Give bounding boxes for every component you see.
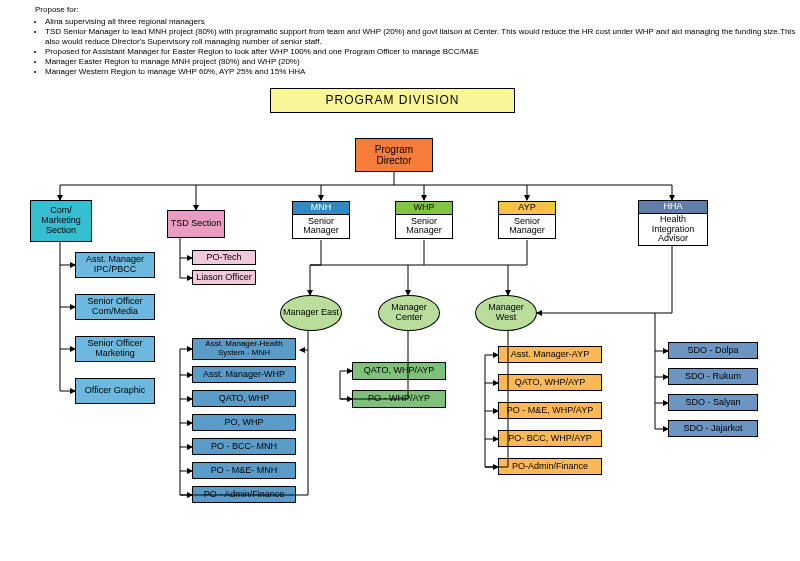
connectors <box>0 0 800 561</box>
